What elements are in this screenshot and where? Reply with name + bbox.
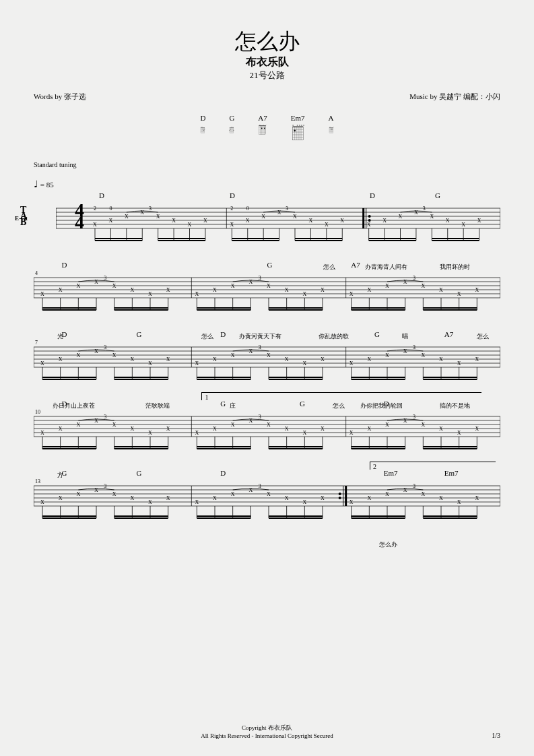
chord-symbol: G — [300, 400, 305, 408]
svg-text:o: o — [232, 127, 233, 127]
svg-point-15 — [204, 130, 205, 131]
chord-diagrams: D xxo G ooo A7 — [34, 114, 500, 144]
chord-symbol: D — [62, 261, 67, 269]
svg-text:X: X — [166, 356, 170, 363]
footer: Copyright 布衣乐队 All Rights Reserved - Int… — [0, 724, 534, 739]
svg-text:X: X — [302, 360, 306, 367]
music-credit: Music by 吴越宁 编配：小闪 — [409, 92, 500, 102]
chord-symbol: D — [62, 330, 67, 338]
svg-point-78 — [331, 129, 332, 129]
svg-text:X: X — [231, 491, 235, 497]
tab-clef-icon: TAB — [20, 207, 27, 225]
svg-text:X: X — [230, 222, 234, 228]
svg-text:X: X — [125, 214, 129, 220]
svg-text:X: X — [59, 495, 63, 501]
svg-text:X: X — [148, 360, 152, 367]
svg-text:X: X — [414, 210, 418, 216]
chord-symbol: D — [220, 330, 226, 338]
svg-text:X: X — [367, 356, 371, 363]
svg-text:10: 10 — [35, 409, 40, 415]
svg-text:13: 13 — [35, 478, 40, 484]
chord-symbol: D — [384, 400, 389, 408]
svg-text:x: x — [259, 124, 260, 125]
ending-bracket: 1 — [201, 392, 481, 400]
svg-text:X: X — [475, 495, 479, 501]
page-number: 1/3 — [492, 732, 500, 739]
svg-text:3: 3 — [286, 206, 288, 212]
svg-text:X: X — [399, 214, 403, 220]
svg-point-159 — [368, 215, 371, 218]
svg-text:3: 3 — [259, 414, 261, 420]
copyright-line: Copyright 布衣乐队 — [0, 724, 534, 732]
chord-name: D — [200, 114, 205, 122]
chord-symbol: G — [374, 330, 380, 338]
chord-diagram: D xxo — [200, 114, 205, 144]
svg-text:X: X — [457, 499, 461, 505]
svg-rect-32 — [259, 126, 266, 135]
chord-name: A7 — [258, 114, 267, 122]
svg-text:o: o — [266, 124, 267, 125]
svg-text:o: o — [301, 124, 302, 127]
svg-text:X: X — [248, 279, 253, 285]
svg-text:X: X — [477, 218, 481, 224]
chord-diagram: A7 xooo — [258, 114, 267, 144]
svg-point-160 — [368, 219, 371, 222]
tab-staff: 103XXXXXXXX3XXXXXXXX3XXXXXXXX — [34, 408, 500, 459]
svg-rect-48 — [292, 127, 303, 140]
svg-text:X: X — [93, 222, 97, 228]
svg-point-29 — [230, 129, 231, 129]
svg-text:X: X — [148, 291, 152, 297]
svg-text:X: X — [140, 210, 144, 216]
svg-text:X: X — [439, 426, 443, 432]
svg-text:X: X — [231, 283, 235, 289]
chord-symbol: Em7 — [384, 469, 398, 477]
chord-symbol: D — [99, 191, 104, 199]
svg-text:X: X — [130, 287, 134, 293]
svg-point-46 — [261, 128, 263, 129]
lyric-text: 怎么办 — [379, 540, 397, 549]
svg-text:o: o — [330, 127, 331, 127]
tempo-info: ♩ = 85 — [34, 179, 500, 190]
svg-text:X: X — [130, 356, 134, 363]
svg-text:X: X — [302, 430, 306, 436]
svg-text:X: X — [231, 352, 235, 358]
svg-text:o: o — [333, 127, 334, 127]
svg-text:X: X — [457, 360, 461, 367]
svg-text:X: X — [349, 360, 354, 367]
svg-text:X: X — [321, 426, 325, 432]
svg-text:X: X — [403, 348, 407, 354]
svg-text:3: 3 — [423, 206, 426, 212]
svg-text:X: X — [349, 499, 354, 505]
svg-text:X: X — [267, 283, 271, 289]
svg-point-79 — [332, 129, 333, 129]
svg-text:X: X — [325, 222, 329, 228]
svg-text:4: 4 — [35, 270, 38, 276]
svg-text:X: X — [59, 287, 63, 293]
svg-text:X: X — [166, 426, 170, 432]
svg-text:X: X — [76, 422, 80, 428]
tuning-info: Standard tuning — [34, 161, 500, 168]
svg-text:o: o — [297, 124, 298, 127]
chord-grid-icon: xooo — [258, 124, 267, 135]
svg-text:x: x — [202, 127, 203, 127]
svg-text:X: X — [439, 356, 443, 363]
svg-text:x: x — [329, 127, 330, 127]
svg-text:X: X — [195, 360, 199, 367]
svg-text:X: X — [349, 291, 354, 297]
chord-grid-icon: xxo — [200, 127, 205, 133]
svg-point-31 — [234, 130, 234, 131]
svg-point-13 — [203, 129, 204, 129]
svg-text:X: X — [166, 287, 170, 293]
svg-text:X: X — [403, 418, 407, 424]
svg-text:o: o — [299, 124, 300, 127]
chord-name: Em7 — [291, 114, 305, 122]
tab-system: DGDGA773XXXXXXXX3XXXXXXXX3XXXXXXXX办日月山上夜… — [34, 339, 500, 389]
svg-text:X: X — [261, 214, 265, 220]
svg-text:X: X — [213, 426, 217, 432]
chord-diagram: A xoo — [329, 114, 334, 144]
svg-text:X: X — [475, 287, 479, 293]
svg-point-30 — [230, 130, 230, 131]
svg-text:X: X — [213, 495, 217, 501]
svg-text:X: X — [248, 348, 253, 354]
svg-text:X: X — [457, 291, 461, 297]
